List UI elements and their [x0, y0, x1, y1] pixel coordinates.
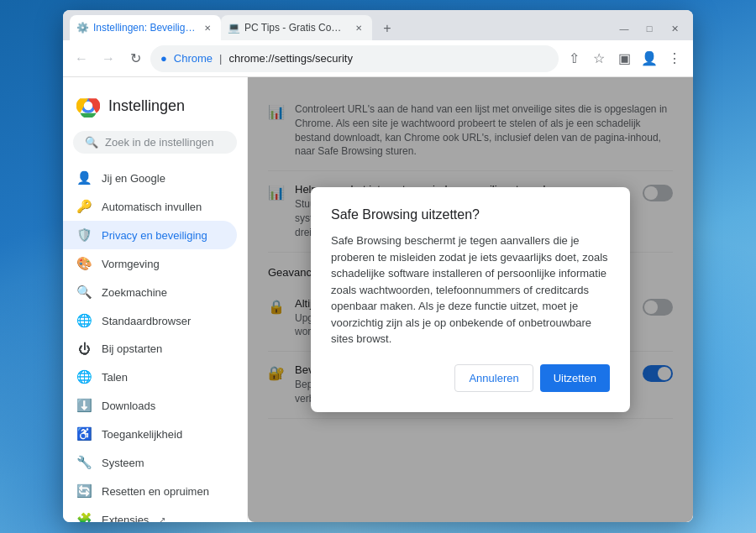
sidebar-item-downloads[interactable]: ⬇️ Downloads: [63, 391, 237, 420]
sidebar-item-extensies[interactable]: 🧩 Extensies ↗: [63, 505, 237, 522]
sidebar-icon: ▣: [618, 50, 631, 66]
sidebar-header: Instellingen: [63, 87, 247, 131]
menu-icon: ⋮: [668, 50, 681, 66]
appearance-icon: 🎨: [76, 256, 92, 271]
profile-icon: 👤: [641, 50, 658, 66]
reload-icon: ↻: [130, 50, 141, 66]
tab-settings[interactable]: ⚙️ Instellingen: Beveiliging ✕: [70, 15, 221, 40]
tab-favicon-settings: ⚙️: [76, 22, 88, 34]
confirm-button[interactable]: Uitzetten: [540, 364, 610, 392]
back-icon: ←: [75, 51, 88, 66]
toolbar-right-actions: ⇧ ☆ ▣ 👤 ⋮: [562, 47, 686, 71]
sidebar-label-systeem: Systeem: [102, 457, 144, 469]
address-text: chrome://settings/security: [229, 52, 549, 65]
startup-icon: ⏻: [76, 342, 92, 356]
sidebar-label-resetten: Resetten en opruimen: [102, 485, 209, 498]
sidebar-label-downloads: Downloads: [102, 400, 155, 412]
chrome-icon: ●: [160, 52, 167, 65]
tab-close-settings[interactable]: ✕: [201, 21, 214, 34]
maximize-button[interactable]: □: [638, 20, 661, 37]
dialog-body: Safe Browsing beschermt je tegen aanvall…: [331, 233, 610, 347]
reset-icon: 🔄: [76, 483, 92, 499]
bookmark-icon: ☆: [593, 50, 605, 66]
sidebar-label-vormgeving: Vormgeving: [102, 258, 160, 270]
sidebar-label-extensies: Extensies: [102, 514, 149, 523]
languages-icon: 🌐: [76, 369, 92, 384]
menu-button[interactable]: ⋮: [663, 47, 686, 71]
browser-name: Chrome: [174, 52, 213, 65]
window-controls: — □ ✕: [612, 20, 686, 37]
address-separator: |: [219, 52, 222, 65]
system-icon: 🔧: [76, 455, 92, 470]
bookmark-button[interactable]: ☆: [587, 47, 611, 71]
tab-pctips[interactable]: 💻 PC Tips - Gratis Computer Tips.. ✕: [221, 15, 372, 40]
sidebar-label-toegankelijkheid: Toegankelijkheid: [102, 428, 182, 441]
reload-button[interactable]: ↻: [123, 47, 147, 71]
sidebar-label-standaardbrowser: Standaardbrowser: [102, 315, 191, 327]
sidebar-label-jij-en-google: Jij en Google: [102, 172, 165, 185]
share-button[interactable]: ⇧: [562, 47, 585, 71]
safe-browsing-dialog: Safe Browsing uitzetten? Safe Browsing b…: [311, 187, 630, 412]
downloads-icon: ⬇️: [76, 398, 92, 413]
settings-sidebar: Instellingen 🔍 Zoek in de instellingen 👤…: [63, 77, 248, 522]
tab-label-settings: Instellingen: Beveiliging: [93, 22, 196, 34]
tab-favicon-pctips: 💻: [228, 22, 239, 34]
sidebar-label-automatisch-invullen: Automatisch invullen: [102, 201, 202, 213]
sidebar-item-resetten[interactable]: 🔄 Resetten en opruimen: [63, 477, 237, 505]
person-icon: 👤: [76, 170, 92, 186]
sidebar-label-talen: Talen: [102, 371, 128, 384]
sidebar-item-talen[interactable]: 🌐 Talen: [63, 363, 237, 391]
accessibility-icon: ♿: [76, 426, 92, 442]
sidebar-item-toegankelijkheid[interactable]: ♿ Toegankelijkheid: [63, 420, 237, 448]
share-icon: ⇧: [569, 50, 580, 66]
sidebar-item-zoekmachine[interactable]: 🔍 Zoekmachine: [63, 278, 237, 306]
main-content: 📊 Controleert URL's aan de hand van een …: [248, 77, 693, 522]
svg-point-2: [84, 102, 93, 111]
dialog-title: Safe Browsing uitzetten?: [331, 207, 610, 222]
autofill-icon: 🔑: [76, 199, 92, 214]
sidebar-search[interactable]: 🔍 Zoek in de instellingen: [73, 131, 237, 154]
cancel-button[interactable]: Annuleren: [454, 364, 533, 392]
modal-overlay: Safe Browsing uitzetten? Safe Browsing b…: [248, 77, 693, 522]
forward-icon: →: [102, 51, 115, 66]
browser-toolbar: ← → ↻ ● Chrome | chrome://settings/secur…: [63, 40, 693, 77]
title-bar: ⚙️ Instellingen: Beveiliging ✕ 💻 PC Tips…: [63, 10, 693, 40]
sidebar-label-zoekmachine: Zoekmachine: [102, 286, 167, 299]
browser-window: ⚙️ Instellingen: Beveiliging ✕ 💻 PC Tips…: [63, 10, 693, 522]
security-icon: 🛡️: [76, 227, 92, 243]
sidebar-item-vormgeving[interactable]: 🎨 Vormgeving: [63, 249, 237, 278]
extensions-icon: 🧩: [76, 512, 92, 522]
sidebar-toggle-button[interactable]: ▣: [612, 47, 636, 71]
sidebar-item-jij-en-google[interactable]: 👤 Jij en Google: [63, 164, 237, 192]
sidebar-item-bij-opstarten[interactable]: ⏻ Bij opstarten: [63, 335, 237, 363]
profile-button[interactable]: 👤: [638, 47, 661, 71]
sidebar-item-automatisch-invullen[interactable]: 🔑 Automatisch invullen: [63, 192, 237, 221]
search-engine-icon: 🔍: [76, 285, 92, 300]
close-button[interactable]: ✕: [663, 20, 686, 37]
search-placeholder: Zoek in de instellingen: [105, 136, 213, 149]
tab-close-pctips[interactable]: ✕: [352, 21, 365, 34]
dialog-actions: Annuleren Uitzetten: [331, 364, 610, 392]
sidebar-label-bij-opstarten: Bij opstarten: [102, 342, 162, 355]
minimize-button[interactable]: —: [612, 20, 636, 37]
new-tab-button[interactable]: +: [375, 17, 399, 40]
sidebar-item-systeem[interactable]: 🔧 Systeem: [63, 448, 237, 477]
sidebar-item-standaardbrowser[interactable]: 🌐 Standaardbrowser: [63, 306, 237, 335]
sidebar-label-privacy-en-beveiliging: Privacy en beveiliging: [102, 229, 207, 242]
sidebar-title: Instellingen: [108, 97, 185, 115]
tab-label-pctips: PC Tips - Gratis Computer Tips..: [244, 22, 347, 34]
address-bar[interactable]: ● Chrome | chrome://settings/security: [150, 45, 559, 72]
sidebar-item-privacy-en-beveiliging[interactable]: 🛡️ Privacy en beveiliging: [63, 221, 237, 249]
external-link-icon: ↗: [159, 515, 165, 523]
back-button[interactable]: ←: [70, 47, 93, 71]
content-area: Instellingen 🔍 Zoek in de instellingen 👤…: [63, 77, 693, 522]
forward-button[interactable]: →: [97, 47, 120, 71]
chrome-logo: [76, 94, 100, 118]
search-icon: 🔍: [85, 136, 98, 149]
default-browser-icon: 🌐: [76, 313, 92, 328]
